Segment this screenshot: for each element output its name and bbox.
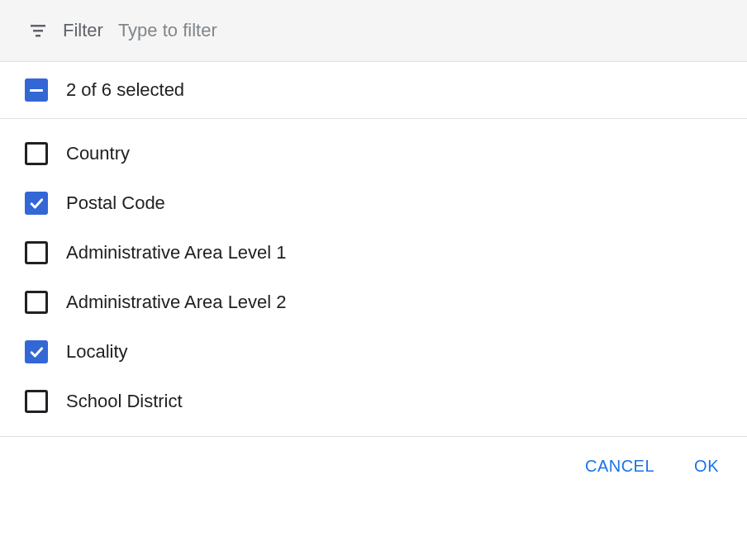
list-item[interactable]: School District: [0, 377, 747, 426]
option-label: Administrative Area Level 2: [66, 292, 287, 313]
option-label: Postal Code: [66, 192, 165, 214]
option-label: Country: [66, 143, 130, 164]
option-checkbox[interactable]: [25, 192, 48, 215]
option-checkbox[interactable]: [25, 390, 48, 413]
option-checkbox[interactable]: [25, 241, 48, 264]
option-label: Administrative Area Level 1: [66, 242, 287, 263]
svg-rect-0: [31, 25, 45, 27]
cancel-button[interactable]: CANCEL: [585, 457, 654, 476]
options-list: Country Postal Code Administrative Area …: [0, 119, 747, 437]
select-all-checkbox[interactable]: [25, 78, 48, 102]
filter-icon: [28, 21, 48, 40]
option-label: School District: [66, 391, 183, 412]
filter-input[interactable]: [118, 20, 719, 41]
option-checkbox[interactable]: [25, 142, 48, 165]
filter-bar: Filter: [0, 0, 747, 62]
option-checkbox[interactable]: [25, 291, 48, 314]
svg-rect-1: [33, 30, 43, 32]
list-item[interactable]: Administrative Area Level 2: [0, 278, 747, 327]
actions-bar: CANCEL OK: [0, 437, 747, 496]
ok-button[interactable]: OK: [694, 457, 719, 476]
svg-rect-2: [36, 35, 40, 37]
list-item[interactable]: Country: [0, 129, 747, 178]
list-item[interactable]: Postal Code: [0, 178, 747, 228]
list-item[interactable]: Administrative Area Level 1: [0, 228, 747, 278]
filter-label: Filter: [63, 20, 103, 41]
option-checkbox[interactable]: [25, 340, 48, 363]
indeterminate-icon: [30, 89, 43, 92]
list-item[interactable]: Locality: [0, 327, 747, 377]
selection-summary-row[interactable]: 2 of 6 selected: [0, 62, 747, 119]
selection-count-text: 2 of 6 selected: [66, 79, 184, 101]
option-label: Locality: [66, 341, 128, 363]
